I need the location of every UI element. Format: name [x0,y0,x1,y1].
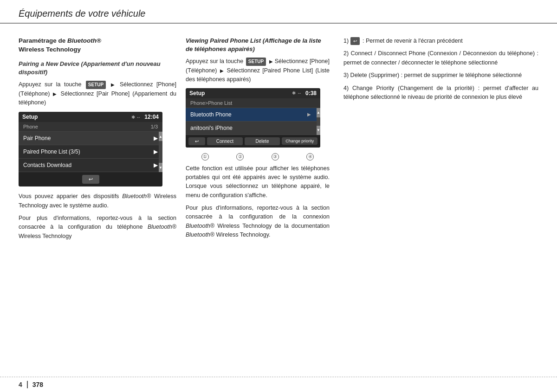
setup-button-mid: SETUP [246,58,266,66]
right-list-item-4: 4) Change Priority (Changement de la pri… [343,84,538,102]
footer-page-num: 378 [32,381,43,388]
screen-body-mid: Phone>Phone List Bluetooth Phone ▶ anito… [186,98,320,148]
screen-time-left: 12:04 [144,114,159,120]
right-list-item-1: 1) ↩ : Permet de revenir à l'écran précé… [343,37,538,45]
mid-instruction-text: Appuyez sur la touche SETUP ▶ Sélectionn… [186,57,330,84]
scrollbar-mid: ▲ ▼ [317,108,320,135]
left-screen-mockup: Setup ✱ ↔ 12:04 Phone 1/3 Pair Phone ▶ P… [19,112,162,186]
footer-delete-btn: Delete [245,137,280,145]
screen-title-mid: Setup [189,90,292,96]
left-note1: Vous pouvez apparier des dispositifs Blu… [19,192,176,210]
left-subsection-title: Pairing a New Device (Appariement d'un n… [19,60,176,77]
screen-sublabel-left: Phone 1/3 [19,122,162,132]
scroll-up-mid: ▲ [317,108,320,117]
screen-footer-mid: ↩ Connect Delete Change priority [186,135,320,148]
screen-row-contacts: Contacts Download ▶ [19,159,162,172]
page-header: Équipements de votre véhicule [0,0,557,24]
mid-body-text1: Cette fonction est utilisée pour affiche… [186,164,330,200]
circle-num-2: ② [236,153,244,161]
left-section-title: Paramétrage de Bluetooth® Wireless Techn… [19,37,176,54]
page-footer: 4 378 [0,377,557,392]
screen-time-mid: 0:38 [305,90,317,96]
screen-row-pair-phone: Pair Phone ▶ [19,132,162,145]
screen-row-iphone: anitooni's iPhone [186,122,320,135]
left-note2: Pour plus d'informations, reportez-vous … [19,214,176,241]
mid-screen-mockup: Setup ✱ ↔ 0:38 Phone>Phone List Bluetoot… [186,88,320,148]
screen-sublabel-mid: Phone>Phone List [186,98,320,108]
mid-body-text2: Pour plus d'informations, reportez-vous … [186,204,330,240]
screen-header-left: Setup ✱ ↔ 12:04 [19,112,162,122]
circle-num-4: ④ [306,153,314,161]
screen-row-paired-list: Paired Phone List (3/5) ▶ [19,145,162,159]
left-instruction-text: Appuyez sur la touche SETUP ▶ Sélectionn… [19,80,176,107]
page-title: Équipements de votre véhicule [19,8,538,19]
screen-icons-mid: ✱ ↔ [292,90,302,96]
mid-column: Viewing Paired Phone List (Affichage de … [186,37,339,244]
setup-button-label: SETUP [86,81,106,89]
footer-section-num: 4 [19,381,28,388]
content-area: Paramétrage de Bluetooth® Wireless Techn… [0,24,557,244]
circle-numbers-row: ① ② ③ ④ [186,152,330,164]
scroll-down-left: ▼ [159,163,162,172]
screen-rows-left: Pair Phone ▶ Paired Phone List (3/5) ▶ C… [19,132,162,172]
scroll-down-mid: ▼ [317,126,320,135]
screen-footer-left: ↩ [19,172,162,186]
screen-body-left: Phone 1/3 Pair Phone ▶ Paired Phone List… [19,122,162,172]
right-column: 1) ↩ : Permet de revenir à l'écran précé… [339,37,538,244]
screen-scrollbar-left: ▲ ▼ [159,132,162,172]
scroll-up-left: ▲ [159,132,162,141]
screen-header-mid: Setup ✱ ↔ 0:38 [186,88,320,98]
circle-num-3: ③ [272,153,279,161]
screen-rows-mid: Bluetooth Phone ▶ anitooni's iPhone ▲ ▼ [186,108,320,135]
right-list: 1) ↩ : Permet de revenir à l'écran précé… [343,37,538,102]
footer-back-btn: ↩ [188,137,205,145]
screen-icons-left: ✱ ↔ [131,115,141,120]
circle-num-1: ① [201,153,209,161]
screen-back-btn-left: ↩ [82,175,99,184]
footer-connect-btn: Connect [207,137,243,145]
right-list-item-2: 2) Connect / Disconnect Phone (Connexion… [343,49,538,67]
screen-row-bluetooth-phone: Bluetooth Phone ▶ [186,108,320,122]
footer-change-priority-btn: Change priority [282,137,317,145]
left-column: Paramétrage de Bluetooth® Wireless Techn… [19,37,186,244]
screen-title-left: Setup [22,114,131,120]
mid-section-title: Viewing Paired Phone List (Affichage de … [186,37,330,53]
back-icon-box: ↩ [350,37,360,45]
right-list-item-3: 3) Delete (Supprimer) : permet de suppri… [343,71,538,80]
